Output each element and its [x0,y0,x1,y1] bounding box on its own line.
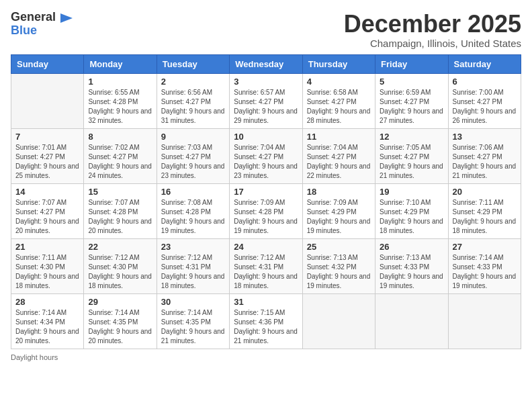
calendar-day-cell: 3Sunrise: 6:57 AMSunset: 4:27 PMDaylight… [230,73,302,128]
calendar-day-cell: 7Sunrise: 7:01 AMSunset: 4:27 PMDaylight… [11,128,84,183]
location: Champaign, Illinois, United States [344,38,521,49]
day-number: 20 [453,187,517,197]
calendar-day-cell: 2Sunrise: 6:56 AMSunset: 4:27 PMDaylight… [157,73,229,128]
day-info: Sunrise: 7:10 AMSunset: 4:29 PMDaylight:… [380,198,443,236]
day-info: Sunrise: 7:04 AMSunset: 4:27 PMDaylight:… [307,143,371,181]
day-number: 5 [380,77,443,87]
day-info: Sunrise: 7:07 AMSunset: 4:27 PMDaylight:… [15,198,79,236]
calendar-day-cell [448,293,521,349]
day-number: 9 [161,132,225,142]
calendar-day-cell: 9Sunrise: 7:03 AMSunset: 4:27 PMDaylight… [157,128,229,183]
calendar-day-cell: 25Sunrise: 7:13 AMSunset: 4:32 PMDayligh… [302,238,375,293]
day-number: 6 [453,77,517,87]
day-info: Sunrise: 7:09 AMSunset: 4:29 PMDaylight:… [307,198,371,236]
calendar-day-header: Thursday [302,54,375,73]
calendar-day-header: Saturday [448,54,521,73]
day-number: 29 [88,297,152,307]
day-number: 22 [88,242,152,252]
calendar-day-cell: 18Sunrise: 7:09 AMSunset: 4:29 PMDayligh… [302,183,375,238]
day-number: 11 [307,132,371,142]
day-info: Sunrise: 7:14 AMSunset: 4:33 PMDaylight:… [453,253,517,291]
day-info: Sunrise: 7:14 AMSunset: 4:34 PMDaylight:… [15,308,79,346]
day-info: Sunrise: 7:03 AMSunset: 4:27 PMDaylight:… [161,143,225,181]
day-info: Sunrise: 7:12 AMSunset: 4:30 PMDaylight:… [88,253,152,291]
calendar-table: SundayMondayTuesdayWednesdayThursdayFrid… [11,54,521,349]
day-number: 4 [307,77,371,87]
logo-general: General [11,10,56,24]
day-info: Sunrise: 7:11 AMSunset: 4:29 PMDaylight:… [453,198,517,236]
day-number: 23 [161,242,225,252]
day-number: 2 [161,77,225,87]
calendar-day-cell: 6Sunrise: 7:00 AMSunset: 4:27 PMDaylight… [448,73,521,128]
calendar-day-cell [302,293,375,349]
day-info: Sunrise: 7:04 AMSunset: 4:27 PMDaylight:… [234,143,298,181]
day-info: Sunrise: 7:05 AMSunset: 4:27 PMDaylight:… [380,143,443,181]
calendar-day-header: Tuesday [157,54,229,73]
day-number: 7 [15,132,79,142]
page-container: General Blue December 2025 Champaign, Il… [11,11,521,361]
calendar-week-row: 14Sunrise: 7:07 AMSunset: 4:27 PMDayligh… [11,183,521,238]
calendar-week-row: 21Sunrise: 7:11 AMSunset: 4:30 PMDayligh… [11,238,521,293]
calendar-day-cell: 28Sunrise: 7:14 AMSunset: 4:34 PMDayligh… [11,293,84,349]
day-number: 1 [88,77,152,87]
day-number: 19 [380,187,443,197]
calendar-day-cell: 26Sunrise: 7:13 AMSunset: 4:33 PMDayligh… [375,238,448,293]
day-number: 17 [234,187,298,197]
calendar-day-cell: 20Sunrise: 7:11 AMSunset: 4:29 PMDayligh… [448,183,521,238]
calendar-day-cell: 14Sunrise: 7:07 AMSunset: 4:27 PMDayligh… [11,183,84,238]
day-number: 26 [380,242,443,252]
day-number: 28 [15,297,79,307]
calendar-week-row: 28Sunrise: 7:14 AMSunset: 4:34 PMDayligh… [11,293,521,349]
day-number: 15 [88,187,152,197]
day-info: Sunrise: 7:02 AMSunset: 4:27 PMDaylight:… [88,143,152,181]
calendar-day-cell: 24Sunrise: 7:12 AMSunset: 4:31 PMDayligh… [230,238,302,293]
calendar-week-row: 7Sunrise: 7:01 AMSunset: 4:27 PMDaylight… [11,128,521,183]
day-info: Sunrise: 7:09 AMSunset: 4:28 PMDaylight:… [234,198,298,236]
calendar-day-cell: 11Sunrise: 7:04 AMSunset: 4:27 PMDayligh… [302,128,375,183]
day-number: 10 [234,132,298,142]
day-info: Sunrise: 7:12 AMSunset: 4:31 PMDaylight:… [234,253,298,291]
day-info: Sunrise: 7:11 AMSunset: 4:30 PMDaylight:… [15,253,79,291]
day-info: Sunrise: 6:56 AMSunset: 4:27 PMDaylight:… [161,88,225,126]
calendar-day-cell: 13Sunrise: 7:06 AMSunset: 4:27 PMDayligh… [448,128,521,183]
calendar-day-header: Friday [375,54,448,73]
calendar-day-cell: 21Sunrise: 7:11 AMSunset: 4:30 PMDayligh… [11,238,84,293]
calendar-day-cell [375,293,448,349]
day-info: Sunrise: 7:15 AMSunset: 4:36 PMDaylight:… [234,308,298,346]
month-title: December 2025 [344,11,521,38]
calendar-day-cell: 17Sunrise: 7:09 AMSunset: 4:28 PMDayligh… [230,183,302,238]
calendar-day-cell: 27Sunrise: 7:14 AMSunset: 4:33 PMDayligh… [448,238,521,293]
calendar-day-cell: 23Sunrise: 7:12 AMSunset: 4:31 PMDayligh… [157,238,229,293]
logo-arrow-icon [60,13,73,23]
calendar-day-cell: 4Sunrise: 6:58 AMSunset: 4:27 PMDaylight… [302,73,375,128]
calendar-day-cell: 8Sunrise: 7:02 AMSunset: 4:27 PMDaylight… [84,128,157,183]
calendar-day-cell: 22Sunrise: 7:12 AMSunset: 4:30 PMDayligh… [84,238,157,293]
calendar-day-cell: 1Sunrise: 6:55 AMSunset: 4:28 PMDaylight… [84,73,157,128]
footer-note: Daylight hours [11,353,521,361]
day-number: 12 [380,132,443,142]
calendar-day-cell: 10Sunrise: 7:04 AMSunset: 4:27 PMDayligh… [230,128,302,183]
calendar-header-row: SundayMondayTuesdayWednesdayThursdayFrid… [11,54,521,73]
day-number: 14 [15,187,79,197]
day-number: 8 [88,132,152,142]
calendar-day-cell: 5Sunrise: 6:59 AMSunset: 4:27 PMDaylight… [375,73,448,128]
day-number: 13 [453,132,517,142]
calendar-day-cell: 30Sunrise: 7:14 AMSunset: 4:35 PMDayligh… [157,293,229,349]
calendar-day-cell: 31Sunrise: 7:15 AMSunset: 4:36 PMDayligh… [230,293,302,349]
day-info: Sunrise: 6:59 AMSunset: 4:27 PMDaylight:… [380,88,443,126]
calendar-day-header: Monday [84,54,157,73]
day-number: 21 [15,242,79,252]
calendar-day-cell: 15Sunrise: 7:07 AMSunset: 4:28 PMDayligh… [84,183,157,238]
day-info: Sunrise: 6:57 AMSunset: 4:27 PMDaylight:… [234,88,298,126]
svg-marker-0 [60,13,73,23]
header: General Blue December 2025 Champaign, Il… [11,11,521,49]
logo-blue: Blue [11,24,37,37]
day-info: Sunrise: 7:01 AMSunset: 4:27 PMDaylight:… [15,143,79,181]
calendar-week-row: 1Sunrise: 6:55 AMSunset: 4:28 PMDaylight… [11,73,521,128]
calendar-day-cell [11,73,84,128]
day-number: 27 [453,242,517,252]
day-number: 31 [234,297,298,307]
calendar-day-header: Sunday [11,54,84,73]
day-info: Sunrise: 7:00 AMSunset: 4:27 PMDaylight:… [453,88,517,126]
day-info: Sunrise: 7:12 AMSunset: 4:31 PMDaylight:… [161,253,225,291]
